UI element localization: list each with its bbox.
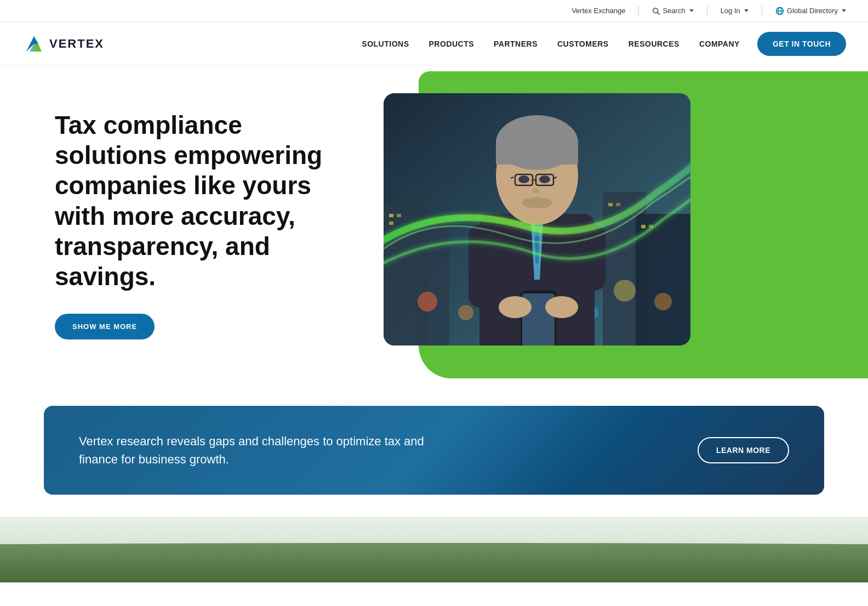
nav-link-products[interactable]: PRODUCTS [429, 39, 474, 48]
svg-point-43 [539, 175, 550, 183]
hero-text-area: Tax compliance solutions empowering comp… [55, 110, 351, 339]
login-chevron-icon [744, 9, 749, 12]
bottom-teaser [0, 517, 868, 582]
search-icon [652, 7, 660, 15]
nav-item-solutions[interactable]: SOLUTIONS [362, 39, 409, 49]
vertex-exchange-link[interactable]: Vertex Exchange [572, 7, 625, 15]
global-directory-label: Global Directory [787, 7, 838, 15]
svg-point-52 [545, 296, 578, 318]
svg-rect-21 [397, 214, 401, 217]
svg-point-16 [614, 280, 636, 302]
nav-item-company[interactable]: COMPANY [699, 39, 740, 49]
svg-rect-46 [469, 225, 496, 307]
login-label: Log In [721, 7, 740, 15]
search-label: Search [663, 7, 685, 15]
svg-rect-25 [641, 225, 646, 228]
svg-point-13 [418, 292, 437, 312]
svg-rect-22 [389, 222, 393, 225]
nav-link-resources[interactable]: RESOURCES [629, 39, 679, 48]
globe-icon [775, 7, 784, 15]
global-directory-link[interactable]: Global Directory [775, 7, 846, 15]
nav-item-resources[interactable]: RESOURCES [629, 39, 679, 49]
nav-link-solutions[interactable]: SOLUTIONS [362, 39, 409, 48]
get-in-touch-button[interactable]: GET IN TOUCH [757, 32, 846, 56]
main-nav: VERTEX SOLUTIONS PRODUCTS PARTNERS CUSTO… [0, 22, 868, 66]
svg-rect-24 [616, 203, 620, 206]
svg-point-17 [654, 293, 672, 310]
banner-text: Vertex research reveals gaps and challen… [79, 432, 452, 468]
vertex-logo-icon [22, 32, 46, 56]
banner-section: Vertex research reveals gaps and challen… [44, 406, 824, 495]
nav-link-company[interactable]: COMPANY [699, 39, 740, 48]
hero-image-area [373, 71, 824, 378]
top-bar: Vertex Exchange Search Log In Global Dir… [0, 0, 868, 22]
nav-link-partners[interactable]: PARTNERS [494, 39, 538, 48]
hero-title: Tax compliance solutions empowering comp… [55, 110, 351, 292]
topbar-divider-2 [707, 6, 707, 16]
login-link[interactable]: Log In [721, 7, 749, 15]
nav-item-partners[interactable]: PARTNERS [494, 39, 538, 49]
plant-decoration [0, 517, 868, 582]
svg-line-1 [658, 12, 660, 14]
svg-marker-6 [34, 44, 42, 52]
show-me-more-button[interactable]: SHOW ME MORE [55, 314, 155, 339]
nav-links: SOLUTIONS PRODUCTS PARTNERS CUSTOMERS RE… [362, 39, 740, 49]
global-directory-chevron-icon [842, 9, 846, 12]
logo-link[interactable]: VERTEX [22, 32, 104, 56]
topbar-divider-1 [638, 6, 639, 16]
topbar-divider-3 [762, 6, 762, 16]
svg-point-45 [522, 197, 552, 208]
nav-item-customers[interactable]: CUSTOMERS [557, 39, 609, 49]
nav-item-products[interactable]: PRODUCTS [429, 39, 474, 49]
svg-point-14 [458, 305, 473, 320]
hero-section: Tax compliance solutions empowering comp… [0, 66, 868, 384]
search-link[interactable]: Search [652, 7, 693, 15]
svg-rect-23 [608, 203, 613, 206]
learn-more-button[interactable]: LEARN MORE [698, 437, 789, 463]
svg-point-42 [518, 175, 529, 183]
hero-photo-svg [384, 93, 690, 346]
svg-rect-36 [496, 143, 578, 165]
vertex-exchange-label: Vertex Exchange [572, 7, 625, 15]
search-chevron-icon [689, 9, 694, 12]
svg-point-44 [533, 188, 539, 194]
hero-photo [384, 93, 690, 346]
logo-text: VERTEX [49, 37, 104, 51]
svg-marker-33 [535, 236, 539, 263]
nav-link-customers[interactable]: CUSTOMERS [557, 39, 609, 48]
svg-point-51 [499, 296, 532, 318]
svg-rect-20 [389, 214, 393, 217]
